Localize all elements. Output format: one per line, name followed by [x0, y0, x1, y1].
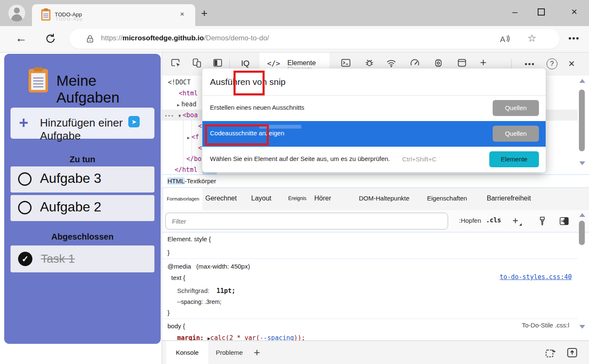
breadcrumb-rest[interactable]: -Textkörper [185, 177, 216, 185]
read-aloud-icon[interactable]: A [499, 33, 511, 47]
browser-menu-icon[interactable]: ••• [568, 34, 580, 43]
tab-event-listeners-part2[interactable]: Hörer [314, 195, 331, 202]
expand-drawer-icon[interactable] [566, 346, 578, 361]
add-task-button[interactable]: + Hinzufügen einer Aufgabe ➤ [11, 108, 154, 139]
task-checkbox[interactable] [18, 201, 32, 214]
app-title: Meine Aufgaben [56, 72, 161, 106]
element-style-rule[interactable]: Element. style { [167, 235, 211, 243]
clipboard-logo-icon [29, 69, 48, 92]
devtools-close-icon[interactable]: × [568, 57, 575, 70]
spacing-declaration[interactable]: --spacing: .3rem; [177, 298, 221, 305]
profile-avatar[interactable] [8, 5, 25, 21]
brush-icon[interactable] [536, 215, 548, 229]
styles-tab-bar: Formatvorlagen Gerechnet Layout Ereignis… [162, 188, 589, 210]
browser-titlebar: TODO-App TODO-App × + – × [0, 0, 589, 26]
expanded-arrow-icon[interactable]: ▼ [178, 113, 181, 118]
hov-toggle[interactable]: :Hopfen [459, 217, 481, 224]
reload-button[interactable] [44, 32, 57, 47]
property-name: margin: [177, 334, 204, 340]
more-tools-plus-icon[interactable]: + [480, 56, 493, 69]
cls-toggle[interactable]: .cls [486, 216, 501, 224]
task-checkbox-checked[interactable]: ✓ [18, 252, 32, 266]
property-value: calc(2 * var( [210, 334, 260, 340]
palette-item-pick-element[interactable]: Ctrl+Shift+C Wählen Sie ein Element auf … [202, 147, 546, 172]
tab-console[interactable]: Konsole [166, 341, 208, 364]
scroll-thumb[interactable] [579, 221, 585, 245]
dom-tree-scrollbar[interactable] [578, 79, 587, 169]
tab-properties[interactable]: Eigenschaften [427, 195, 467, 202]
margin-declaration[interactable]: margin: ▶calc(2 * var(--spacing)); [177, 334, 305, 340]
stylesheet-link[interactable]: to-do-styles.css:40 [499, 273, 572, 281]
property-value: )); [294, 334, 305, 340]
tab-layout[interactable]: Layout [251, 195, 271, 202]
section-done-label: Abgeschlossen [4, 232, 161, 242]
devtools-menu-icon[interactable]: ••• [525, 60, 535, 69]
todo-app-panel: Meine Aufgaben + Hinzufügen einer Aufgab… [4, 54, 161, 344]
task-label-done: Task 1 [41, 252, 75, 266]
tab-event-listeners-part1[interactable]: Ereignis [288, 195, 306, 201]
url-bar[interactable]: https://microsoftedge.github.io/Demos/de… [69, 29, 560, 49]
window-close-button[interactable]: × [571, 6, 577, 18]
palette-item-new-snippet[interactable]: Erstellen eines neuen Ausschnitts Quelle… [202, 95, 546, 121]
new-style-rule-icon[interactable]: + [512, 215, 518, 227]
window-maximize-button[interactable] [538, 8, 545, 16]
text-selector[interactable]: text { [171, 274, 185, 281]
new-tab-button[interactable]: + [201, 8, 207, 18]
styles-scrollbar[interactable] [578, 213, 587, 335]
scroll-up-arrow[interactable] [579, 79, 585, 83]
palette-item-label: Wählen Sie ein Element auf der Seite aus… [210, 155, 390, 162]
breadcrumb-highlight[interactable]: HTML [167, 177, 185, 185]
elements-badge: Elemente [489, 151, 539, 167]
browser-tab[interactable]: TODO-App TODO-App × [32, 4, 195, 26]
row-menu-dots-icon[interactable]: ••• [164, 113, 174, 119]
back-button[interactable]: ← [15, 32, 27, 45]
window-minimize-button[interactable]: – [512, 7, 517, 18]
dock-drawer-icon[interactable] [544, 346, 557, 361]
favorite-star-icon[interactable]: ☆ [527, 32, 536, 44]
svg-text:A: A [500, 35, 505, 44]
toggle-element-state-icon[interactable] [558, 215, 570, 229]
tab-accessibility[interactable]: Barrierefreiheit [487, 195, 531, 202]
inspect-element-icon[interactable] [170, 58, 184, 71]
scroll-thumb[interactable] [579, 90, 585, 151]
task-item[interactable]: Aufgabe 3 [11, 166, 154, 193]
sources-badge: Quellen [493, 126, 539, 142]
collapsed-arrow-icon[interactable]: ▶ [177, 103, 180, 107]
url-path: /Demos/demo-to-do/ [204, 34, 269, 42]
url-text: https://microsoftedge.github.io/Demos/de… [101, 34, 269, 42]
scroll-down-arrow[interactable] [579, 161, 585, 165]
media-query[interactable]: @media (max-width: 450px) [167, 263, 250, 270]
css-variable-link[interactable]: --spacing [260, 334, 294, 340]
help-icon[interactable]: ? [547, 58, 557, 69]
tab-problems[interactable]: Probleme [216, 349, 243, 356]
expand-arrow-icon[interactable]: ▶ [207, 336, 210, 340]
translate-icon[interactable]: ➤ [128, 116, 140, 127]
tab-close-icon[interactable]: × [178, 10, 187, 18]
stylesheet-link-body[interactable]: To-Do-Stile .css:l [522, 322, 569, 329]
task-item-done[interactable]: ✓ Task 1 [11, 245, 154, 272]
keyboard-shortcut: Ctrl+Shift+C [402, 156, 437, 163]
drawer-add-tab-icon[interactable]: + [254, 346, 260, 359]
task-item[interactable]: Aufgabe 2 [11, 195, 154, 221]
iq-toolbar-label[interactable]: IQ [241, 59, 249, 68]
tab-computed[interactable]: Gerechnet [205, 195, 237, 202]
body-selector[interactable]: body { [167, 322, 185, 330]
tab-title-ghost: TODO-App [56, 17, 83, 21]
tab-dom-breakpoints[interactable]: DOM-Haltepunkte [359, 195, 409, 202]
styles-filter-bar: :Hopfen .cls + [162, 210, 589, 232]
scroll-down-arrow[interactable] [579, 325, 585, 329]
url-scheme: https:// [101, 34, 122, 42]
clipboard-favicon-icon [41, 9, 50, 21]
html-tag: <html [179, 90, 198, 97]
filter-input[interactable] [165, 213, 448, 229]
property-value: 11pt; [216, 287, 235, 295]
task-checkbox[interactable] [18, 172, 32, 186]
annotation-box-query [233, 71, 265, 95]
font-size-declaration[interactable]: Schriftgrad: 11pt; [177, 287, 236, 295]
scroll-up-arrow[interactable] [579, 213, 585, 217]
doctype-text: <!DOCT [168, 79, 191, 86]
collapsed-arrow-icon[interactable]: ▶ [187, 135, 190, 140]
browser-window: TODO-App TODO-App × + – × ← https://micr… [0, 0, 589, 364]
lock-icon [85, 34, 95, 45]
tab-styles[interactable]: Formatvorlagen [164, 188, 202, 210]
